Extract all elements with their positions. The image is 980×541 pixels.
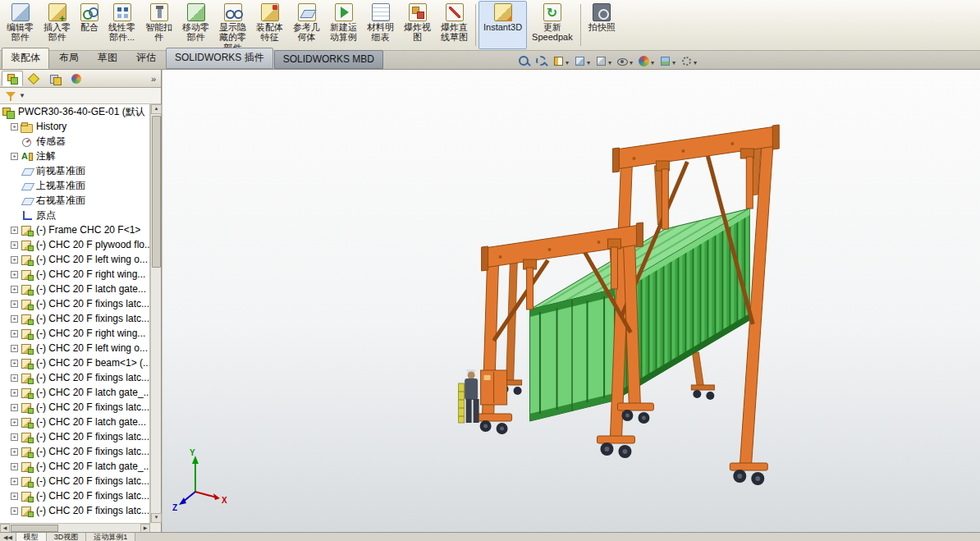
dropdown-caret-icon[interactable] <box>693 53 697 68</box>
expander-icon[interactable] <box>11 478 18 485</box>
expander-icon[interactable] <box>11 507 18 515</box>
toolbar-button[interactable]: 插入零 部件 <box>39 1 76 49</box>
dropdown-caret-icon[interactable] <box>607 53 611 68</box>
dropdown-caret-icon[interactable] <box>629 53 633 68</box>
toolbar-button[interactable]: 智能扣 件 <box>140 1 177 49</box>
tree-item[interactable]: (-) CHC 20 F fixings latc... <box>0 444 149 459</box>
tree-item[interactable]: (-) CHC 20 F beam<1> (... <box>0 355 149 370</box>
expander-icon[interactable] <box>11 433 18 441</box>
tree-item[interactable]: (-) CHC 20 F left wing o... <box>0 252 149 267</box>
toolbar-button[interactable]: 线性零 部件... <box>103 1 140 49</box>
configuration-manager-icon[interactable] <box>44 71 66 86</box>
tree-item[interactable]: (-) CHC 20 F fixings latc... <box>0 488 149 503</box>
toolbar-button[interactable]: 更新 Speedpak <box>527 1 578 49</box>
tree-item[interactable]: 前视基准面 <box>0 163 149 178</box>
zoom-fit-icon[interactable] <box>517 54 531 68</box>
expander-icon[interactable] <box>11 345 18 352</box>
tree-item[interactable]: (-) CHC 20 F fixings latc... <box>0 474 149 488</box>
dropdown-caret-icon[interactable] <box>565 53 569 68</box>
hide-show-items-icon[interactable] <box>616 53 634 69</box>
expander-icon[interactable] <box>11 300 18 308</box>
tree-item[interactable]: 注解 <box>0 149 149 163</box>
tree-item[interactable]: (-) CHC 20 F right wing... <box>0 326 149 341</box>
scroll-up-arrow-icon[interactable] <box>151 104 162 114</box>
tree-item[interactable]: (-) CHC 20 F fixings latc... <box>0 503 149 518</box>
expander-icon[interactable] <box>11 493 18 500</box>
motion-bar-tab[interactable]: 3D视图 <box>47 533 87 541</box>
display-style-icon[interactable] <box>594 53 612 69</box>
tree-item[interactable]: (-) CHC 20 F plywood flo... <box>0 237 149 252</box>
ribbon-tab[interactable]: SOLIDWORKS 插件 <box>166 48 273 69</box>
expander-icon[interactable] <box>11 448 18 456</box>
tree-item[interactable]: (-) CHC 20 F latch gate... <box>0 282 149 296</box>
expander-icon[interactable] <box>11 330 18 337</box>
expander-icon[interactable] <box>11 271 18 278</box>
dropdown-caret-icon[interactable] <box>586 53 590 68</box>
expander-icon[interactable] <box>11 463 18 470</box>
ribbon-tab[interactable]: SOLIDWORKS MBD <box>274 50 383 69</box>
tree-item[interactable]: (-) Frame CHC 20 F<1> <box>0 222 149 237</box>
expander-icon[interactable] <box>11 256 18 264</box>
ribbon-tab[interactable]: 评估 <box>127 48 165 69</box>
toolbar-button[interactable]: 新建运 动算例 <box>325 1 362 49</box>
view-settings-icon[interactable] <box>680 53 698 69</box>
tree-item[interactable]: (-) CHC 20 F latch gate... <box>0 415 149 429</box>
expander-icon[interactable] <box>11 286 18 293</box>
property-manager-icon[interactable] <box>23 71 44 86</box>
expander-icon[interactable] <box>11 153 18 160</box>
zoom-area-icon[interactable] <box>534 54 548 68</box>
expander-icon[interactable] <box>11 419 18 426</box>
toolbar-button[interactable]: 移动零 部件 <box>177 1 214 49</box>
tree-item[interactable]: 上视基准面 <box>0 178 149 193</box>
expander-icon[interactable] <box>11 389 18 397</box>
expander-icon[interactable] <box>11 123 18 131</box>
tree-item[interactable]: 右视基准面 <box>0 193 149 208</box>
tree-item[interactable]: (-) CHC 20 F latch gate_... <box>0 385 149 400</box>
tab-scroll-arrows-icon[interactable]: ◀◀ <box>0 533 16 541</box>
expander-icon[interactable] <box>11 374 18 382</box>
tree-vertical-scrollbar[interactable] <box>150 104 161 523</box>
filter-button[interactable]: ▼ <box>2 89 28 103</box>
dropdown-caret-icon[interactable] <box>650 53 654 68</box>
toolbar-button[interactable]: Instant3D <box>479 1 527 49</box>
toolbar-button[interactable]: 显示隐 藏的零 部件 <box>214 1 251 49</box>
tree-item[interactable]: (-) CHC 20 F fixings latc... <box>0 370 149 385</box>
horizontal-scrollbar-thumb[interactable] <box>11 525 58 532</box>
tree-item[interactable]: (-) CHC 20 F right wing... <box>0 267 149 282</box>
tree-item[interactable]: History <box>0 119 149 134</box>
tree-item[interactable]: 传感器 <box>0 134 149 149</box>
scroll-right-arrow-icon[interactable] <box>140 524 150 533</box>
motion-bar-tab[interactable]: 运动算例1 <box>86 533 135 541</box>
toolbar-button[interactable]: 拍快照 <box>584 1 621 49</box>
expander-icon[interactable] <box>11 404 18 411</box>
motion-bar-tab[interactable]: 模型 <box>16 533 47 541</box>
scroll-left-arrow-icon[interactable] <box>0 524 10 533</box>
tree-item[interactable]: (-) CHC 20 F fixings latc... <box>0 429 149 444</box>
tree-item[interactable]: 原点 <box>0 208 149 222</box>
expander-icon[interactable] <box>11 315 18 323</box>
tree-item[interactable]: (-) CHC 20 F latch gate_... <box>0 459 149 474</box>
ribbon-tab[interactable]: 布局 <box>50 48 88 69</box>
tree-item[interactable]: (-) CHC 20 F fixings latc... <box>0 296 149 311</box>
edit-appearance-icon[interactable] <box>637 53 655 69</box>
panel-overflow-chevron[interactable]: » <box>148 74 159 84</box>
toolbar-button[interactable]: 材料明 细表 <box>362 1 399 49</box>
toolbar-button[interactable]: 爆炸直 线草图 <box>436 1 473 49</box>
tree-item[interactable]: (-) CHC 20 F left wing o... <box>0 341 149 355</box>
view-orientation-icon[interactable] <box>573 53 591 69</box>
tree-horizontal-scrollbar[interactable] <box>0 523 150 532</box>
section-view-icon[interactable] <box>552 53 570 69</box>
toolbar-button[interactable]: 编辑零 部件 <box>2 1 39 49</box>
appearance-manager-icon[interactable] <box>66 71 87 86</box>
toolbar-button[interactable]: 装配体 特征 <box>251 1 288 49</box>
graphics-viewport[interactable]: Y X Z <box>163 70 980 532</box>
toolbar-button[interactable]: 参考几 何体 <box>288 1 325 49</box>
vertical-scrollbar-thumb[interactable] <box>152 116 161 268</box>
tree-item[interactable]: PWCR30-36-40-GE-01 (默认 <box>0 104 149 119</box>
tree-item[interactable]: (-) CHC 20 F fixings latc... <box>0 311 149 326</box>
toolbar-button[interactable]: 配合 <box>76 1 103 49</box>
expander-icon[interactable] <box>11 241 18 249</box>
scroll-down-arrow-icon[interactable] <box>151 513 162 523</box>
expander-icon[interactable] <box>11 360 18 367</box>
ribbon-tab[interactable]: 装配体 <box>2 48 49 69</box>
